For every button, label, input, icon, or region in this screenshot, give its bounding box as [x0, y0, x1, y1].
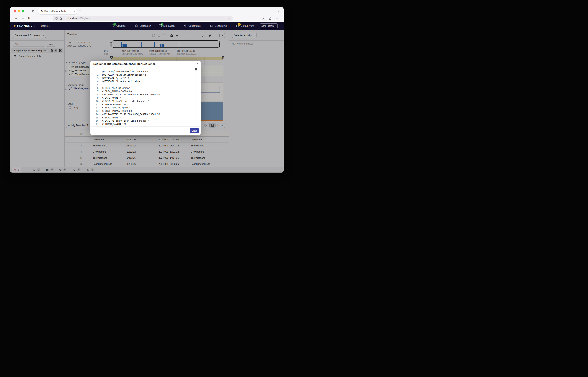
code-line[interactable]: 16 C ECHO "I don't even like bananas." — [90, 119, 201, 123]
code-line[interactable]: 2 @METADATA "simulationDatasetId" 5 — [90, 74, 201, 77]
line-number: 2 — [90, 74, 99, 77]
code-line[interactable]: 12 C ECHO "Let us grow." — [90, 106, 201, 110]
nav-item-expansion[interactable]: Expansion — [135, 24, 151, 27]
url-text: localhost:3000/plans/2 — [68, 17, 226, 20]
chevron-down-icon[interactable] — [34, 24, 36, 28]
bookmark-star-icon[interactable]: ☆ — [228, 17, 230, 20]
line-number: 8 — [90, 93, 99, 96]
line-text: @METADATA "planId" 2 — [101, 77, 130, 80]
code-line[interactable]: 14 A2024-001T11:31:12.000 GROW_BANANA 10… — [90, 113, 201, 116]
browser-titlebar: Demo - Plans ✦ Aerie × + — [10, 7, 284, 15]
back-button[interactable]: ← — [15, 16, 18, 20]
address-bar[interactable]: localhost:3000/plans/2 ☆ — [53, 16, 233, 21]
line-number: 1 — [90, 70, 99, 74]
forward-button[interactable]: → — [21, 16, 24, 20]
code-line[interactable]: 13 C GROW_BANANA 10000 60 — [90, 110, 201, 113]
menu-icon[interactable]: ☰ — [276, 16, 278, 20]
modal-close-icon[interactable]: × — [196, 62, 198, 65]
line-text: C GROW_BANANA 10000 60 — [101, 90, 133, 94]
share-icon[interactable] — [269, 17, 272, 20]
nav-item-constraints[interactable]: Constraints — [184, 24, 201, 27]
line-text: C ECHO "Let us grow." — [101, 87, 131, 90]
line-number: 7 — [90, 90, 99, 94]
minimize-window-button[interactable] — [18, 10, 20, 12]
new-tab-button[interactable]: + — [79, 9, 81, 13]
code-line[interactable]: 8 A2024-001T03:12:00.000 GROW_BANANA 100… — [90, 93, 201, 96]
line-number: 17 — [90, 123, 99, 126]
line-text: @METADATA "simulationDatasetId" 5 — [101, 74, 147, 77]
browser-urlbar: ← → ↻ localhost:3000/plans/2 ☆ ☰ — [10, 15, 284, 22]
scheduling-icon — [210, 24, 213, 27]
nav-item-simulation[interactable]: Simulation — [159, 24, 175, 27]
close-window-button[interactable] — [14, 10, 16, 12]
activities-icon: 0 — [111, 24, 114, 27]
line-text — [101, 83, 103, 87]
profile-icon[interactable] — [262, 17, 265, 20]
code-line[interactable]: 15 C ECHO "Yums!" — [90, 116, 201, 120]
line-number: 12 — [90, 106, 99, 110]
tab-overview-chevron-icon[interactable] — [277, 10, 278, 13]
close-button[interactable]: Close — [190, 128, 199, 133]
line-number: 15 — [90, 116, 99, 120]
expansion-icon — [135, 24, 138, 27]
aerie-favicon — [40, 10, 43, 12]
shield-icon[interactable] — [55, 17, 58, 20]
line-text: C THROW_BANANA 100 — [101, 103, 127, 106]
browser-window: Demo - Plans ✦ Aerie × + ← → ↻ localhost… — [10, 7, 284, 173]
line-number: 11 — [90, 103, 99, 106]
constraints-icon — [184, 24, 187, 27]
code-line[interactable]: 1 @ID "SampleSequenceFilter Sequence" — [90, 70, 201, 74]
code-line[interactable]: 6 C ECHO "Let us grow." — [90, 87, 201, 90]
code-line[interactable]: 11 C THROW_BANANA 100 — [90, 103, 201, 106]
line-number: 14 — [90, 113, 99, 116]
plandev-logo[interactable]: PLANDEV — [13, 24, 36, 28]
tab-title: Demo - Plans ✦ Aerie — [44, 10, 72, 12]
sidebar-toggle-icon[interactable] — [32, 10, 36, 13]
page-icon[interactable] — [60, 17, 62, 20]
line-number: 6 — [90, 87, 99, 90]
line-number: 9 — [90, 96, 99, 100]
app-nav: PLANDEV Demo 0 Activities Expansion — [10, 22, 284, 30]
nav-item-scheduling[interactable]: Scheduling — [210, 24, 227, 27]
nav-item-default-view[interactable]: Default View — [236, 24, 254, 27]
code-line[interactable]: 4 @METADATA "timeSorted" false — [90, 80, 201, 83]
plan-selector[interactable]: Demo — [41, 24, 50, 27]
modal-title: Sequence ID: SampleSequenceFilter Sequen… — [93, 62, 156, 65]
chevron-down-icon — [49, 24, 50, 27]
line-number: 13 — [90, 110, 99, 113]
code-line[interactable]: 5 — [90, 83, 201, 87]
code-line[interactable]: 10 C ECHO "I don't even like bananas." — [90, 100, 201, 103]
line-number: 4 — [90, 80, 99, 83]
line-number: 16 — [90, 119, 99, 123]
code-line[interactable]: 3 @METADATA "planId" 2 — [90, 77, 201, 80]
site-settings-icon[interactable] — [64, 17, 67, 20]
sequence-modal: Sequence ID: SampleSequenceFilter Sequen… — [90, 61, 201, 135]
line-text: C ECHO "Yums!" — [101, 116, 122, 120]
tab-close-icon[interactable]: × — [73, 10, 75, 12]
line-number: 3 — [90, 77, 99, 80]
activities-count-badge: 0 — [113, 23, 116, 26]
line-text: C ECHO "I don't even like bananas." — [101, 119, 150, 123]
maximize-window-button[interactable] — [22, 10, 24, 12]
modal-footer: Close — [90, 126, 201, 135]
code-line[interactable]: 7 C GROW_BANANA 10000 60 — [90, 90, 201, 94]
line-text: A2024-001T03:12:00.000 GROW_BANANA 10001… — [101, 93, 161, 96]
browser-tab[interactable]: Demo - Plans ✦ Aerie × — [38, 8, 77, 14]
line-text: C THROW_BANANA 100 — [101, 123, 127, 126]
simulation-icon — [159, 24, 162, 27]
nav-item-activities[interactable]: 0 Activities — [111, 24, 125, 27]
view-modified-badge — [238, 23, 241, 26]
code-line[interactable]: 9 C ECHO "Yums!" — [90, 96, 201, 100]
line-number: 5 — [90, 83, 99, 87]
line-text: C GROW_BANANA 10000 60 — [101, 110, 133, 113]
star-icon — [13, 24, 16, 27]
sequence-code-editor[interactable]: 1 @ID "SampleSequenceFilter Sequence" 2 … — [90, 67, 201, 126]
user-menu-button[interactable]: aerie_admin — [260, 23, 278, 28]
editor-scrollbar[interactable] — [195, 68, 197, 123]
nav-divider — [38, 24, 38, 28]
editor-scrollbar-thumb[interactable] — [195, 68, 197, 71]
line-text: @ID "SampleSequenceFilter Sequence" — [101, 70, 150, 74]
code-line[interactable]: 17 C THROW_BANANA 100 — [90, 123, 201, 126]
line-text: C ECHO "Let us grow." — [101, 106, 131, 110]
reload-button[interactable]: ↻ — [28, 16, 30, 20]
